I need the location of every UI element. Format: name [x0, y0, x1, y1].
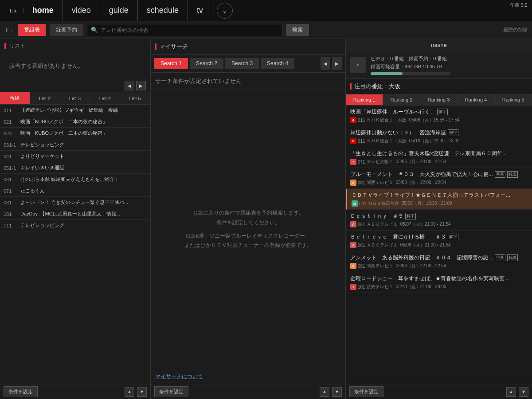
- ch-name: 関西テレビ１: [367, 263, 393, 269]
- program-badge: 解説: [507, 171, 518, 178]
- program-date: 05/10（金）21:00 - 23:00: [396, 284, 446, 290]
- program-item[interactable]: ＣＤＴＶライブ！ライブ！★ＧＥＮＥ７人揃ってラストパフォー... M 041 Ｍ…: [346, 189, 532, 210]
- list-item[interactable]: 071たこるくん: [0, 185, 150, 197]
- middle-footer: マイサーチについて: [151, 369, 345, 384]
- history-delete[interactable]: 履歴の削除: [503, 27, 528, 33]
- program-item[interactable]: ブルーモーメント ＃０３ 大火災が強風で拡大！心に傷...字幕解説 8 081 …: [346, 168, 532, 189]
- prog-title: よりどりマーケット: [20, 153, 64, 160]
- list-item[interactable]: 081よ～いドン！ 亡き父のシチュー繋ぐ息子▽豚バ...: [0, 197, 150, 208]
- ranking-tab-1[interactable]: Ranking 2: [383, 94, 420, 105]
- search-tab-2[interactable]: Search 3: [225, 58, 259, 69]
- program-item[interactable]: Ｄｅｓｔｉｎｙ ＃５解字 A 061 ＡＢＣテレビ１ 05/07（火）21:00…: [346, 210, 532, 231]
- middle-bottom-down[interactable]: ▼: [332, 387, 342, 397]
- program-title: 金曜ロードショー「耳をすませば」★青春物語の名作を実写映画...: [350, 275, 528, 282]
- nav-guide[interactable]: guide: [100, 0, 138, 21]
- search-tab-3[interactable]: Search 4: [261, 58, 294, 69]
- ch-num-right: 081: [358, 264, 365, 269]
- program-date: 05/09（木）21:00 - 21:54: [400, 242, 451, 248]
- ranking-tab-3[interactable]: Ranking 4: [458, 94, 495, 105]
- middle-bottom-up[interactable]: ▲: [320, 387, 329, 397]
- program-item[interactable]: 金曜ロードショー「耳をすませば」★青春物語の名作を実写映画... Y 101 読…: [346, 272, 532, 293]
- right-panel: nasne n ビデオ：0 番組 録画予約：0 番組録画可能容量：464 GB …: [346, 39, 532, 399]
- left-tab-1[interactable]: List 2: [30, 92, 60, 104]
- nav-more-button[interactable]: ⌄: [217, 3, 233, 19]
- channel-badge: 8 081 関西テレビ１: [350, 263, 393, 269]
- ch-num: 111: [4, 223, 17, 228]
- right-bottom-up[interactable]: ▲: [506, 387, 516, 397]
- ch-num: 021: [4, 119, 17, 125]
- search-button[interactable]: 検索: [286, 24, 309, 36]
- left-tab-3[interactable]: List 4: [90, 92, 120, 104]
- ch-icon: A: [350, 242, 356, 248]
- nasne-info: n ビデオ：0 番組 録画予約：0 番組録画可能容量：464 GB / 0.45…: [346, 51, 532, 79]
- list-item[interactable]: 031-1テレビショッピング: [0, 139, 150, 151]
- search-tab-0[interactable]: Search 1: [154, 58, 188, 69]
- nav-video[interactable]: video: [63, 0, 100, 21]
- program-title: Ｂｅｌｉｅｖｅ－君にかける橋－ ＃３解字: [350, 233, 528, 241]
- nav-logo: Lite: [4, 8, 23, 13]
- program-item[interactable]: Ｂｅｌｉｅｖｅ－君にかける橋－ ＃３解字 A 061 ＡＢＣテレビ１ 05/09…: [346, 231, 532, 251]
- left-tab-0[interactable]: 番組: [0, 92, 30, 104]
- attention-header: 注目の番組：大阪: [346, 79, 532, 94]
- tab-program-guide[interactable]: 番組表: [18, 24, 46, 36]
- nav-schedule[interactable]: schedule: [138, 0, 188, 21]
- list-item[interactable]: 011【連続テレビ小説】ブギウギ 総集編 後編: [0, 105, 150, 116]
- list-item[interactable]: 051-1キレイいきいき通販: [0, 162, 150, 174]
- program-item[interactable]: アンメット ある脳外科医の日記 ＃０４ 記憶障害の謎...字幕解説 8 081 …: [346, 251, 532, 272]
- search-tab-next[interactable]: ▶: [332, 57, 342, 70]
- search-tab-prev[interactable]: ◀: [321, 57, 330, 70]
- program-item[interactable]: 映画「岸辺露伴 ルーヴルへ行く」国字 G 011 ＮＨＫ総合１・大阪 05/06…: [346, 106, 532, 126]
- right-condition-button[interactable]: 条件を設定: [349, 386, 383, 397]
- left-next-button[interactable]: ▶: [136, 81, 146, 90]
- ch-icon: G: [350, 138, 356, 144]
- right-bottom-down[interactable]: ▼: [519, 387, 528, 397]
- middle-condition-button[interactable]: 条件を設定: [154, 386, 188, 397]
- prog-title: 映画「KUBOノクボ 二本の弦の秘密」: [20, 130, 107, 137]
- left-tab-4[interactable]: List 5: [120, 92, 150, 104]
- program-item[interactable]: 岸辺露伴は動かない（９） 密漁海岸屋国字 G 011 ＮＨＫ総合１・大阪 05/…: [346, 126, 532, 147]
- prog-title: せのぶら本舗 妹尾和夫がええもんをご紹介！: [20, 176, 119, 183]
- list-item[interactable]: 021映画「KUBOノクボ 二本の弦の秘密」: [0, 116, 150, 128]
- nav-tv[interactable]: tv: [188, 0, 212, 21]
- search-tab-1[interactable]: Search 2: [190, 58, 223, 69]
- ranking-tab-4[interactable]: Ranking 5: [495, 94, 532, 105]
- program-title: 岸辺露伴は動かない（９） 密漁海岸屋国字: [350, 129, 528, 137]
- list-item[interactable]: 041よりどりマーケット: [0, 151, 150, 162]
- my-search-title: マイサーチ: [159, 43, 188, 51]
- ch-num-right: 011: [358, 139, 365, 144]
- program-list: 映画「岸辺露伴 ルーヴルへ行く」国字 G 011 ＮＨＫ総合１・大阪 05/06…: [346, 106, 532, 384]
- ch-name: ＮＨＫ総合１・大阪: [367, 117, 407, 123]
- ranking-tab-0[interactable]: Ranking 1: [346, 94, 383, 105]
- program-date: 05/06（月）20:00 - 21:54: [396, 159, 446, 165]
- nav-home[interactable]: home: [23, 0, 63, 21]
- left-prev-button[interactable]: ◀: [125, 81, 134, 90]
- search-input[interactable]: [101, 27, 278, 33]
- program-item[interactable]: 「生きとし生けるもの」妻夫木聡×渡辺謙 テレ東開局６０周年... 7 071 テ…: [346, 147, 532, 168]
- program-date: 05/10（金）22:00 - 23:00: [409, 138, 460, 144]
- prog-title: テレビショッピング: [20, 141, 64, 148]
- ch-icon: 8: [350, 263, 356, 269]
- prog-title: 映画「KUBOノクボ 二本の弦の秘密」: [20, 118, 107, 125]
- my-search-link[interactable]: マイサーチについて: [155, 373, 203, 380]
- ch-icon: M: [352, 200, 358, 207]
- list-item[interactable]: 023映画「KUBOノクボ 二本の弦の秘密」: [0, 128, 150, 139]
- list-item[interactable]: 061せのぶら本舗 妹尾和夫がええもんをご紹介！: [0, 174, 150, 185]
- ranking-tab-2[interactable]: Ranking 3: [420, 94, 458, 105]
- ch-num-right: 061: [358, 243, 365, 248]
- ch-name: 読売テレビ１: [367, 284, 393, 290]
- left-empty-message: 該当する番組がありません。: [0, 53, 150, 79]
- list-item[interactable]: 101DayDay. 【MCは武田真一と山里亮太！情報...: [0, 208, 150, 220]
- ch-name: 関西テレビ１: [367, 180, 393, 186]
- left-bottom-up[interactable]: ▲: [125, 387, 134, 397]
- storage-bar-fill: [371, 72, 403, 75]
- second-nav: ド： 番組表 録画予約 🔍 検索 履歴の削除: [0, 21, 532, 39]
- breadcrumb-label: ド：: [4, 27, 14, 33]
- left-condition-button[interactable]: 条件を設定: [4, 386, 38, 397]
- search-tabs-row: Search 1 Search 2 Search 3 Search 4 ◀ ▶: [151, 55, 345, 73]
- tab-recording[interactable]: 録画予約: [50, 24, 83, 36]
- right-bottom-controls: 条件を設定 ▲ ▼: [346, 384, 532, 399]
- left-bottom-down[interactable]: ▼: [137, 387, 147, 397]
- program-title: Ｄｅｓｔｉｎｙ ＃５解字: [350, 212, 528, 220]
- left-tab-2[interactable]: List 3: [60, 92, 90, 104]
- list-item[interactable]: 111テレビショッピング: [0, 220, 150, 231]
